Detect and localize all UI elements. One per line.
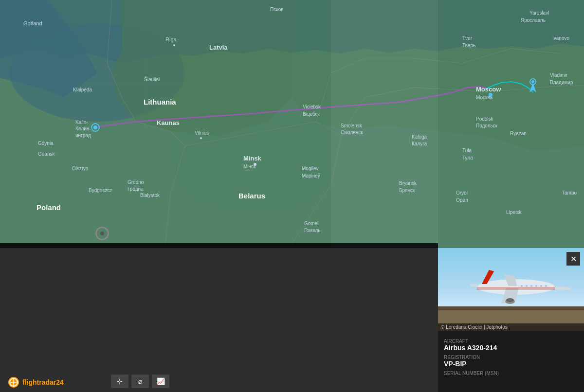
view-buttons: ⊹ ⌀ 📈 bbox=[111, 374, 169, 388]
svg-text:Bryansk: Bryansk bbox=[399, 180, 417, 186]
svg-text:Riga: Riga bbox=[165, 36, 177, 42]
svg-point-32 bbox=[254, 163, 256, 166]
svg-text:инград: инград bbox=[75, 133, 91, 138]
svg-text:Gdynia: Gdynia bbox=[38, 141, 54, 146]
svg-text:Yaroslavl: Yaroslavl bbox=[529, 10, 549, 16]
info-panel: GREAT CIRCLE DISTANCE 1 069 KM AVERAGE F… bbox=[0, 248, 438, 392]
svg-text:Kaluga: Kaluga bbox=[412, 134, 427, 140]
crosshair-view-button[interactable]: ⊹ bbox=[111, 374, 128, 388]
svg-point-50 bbox=[489, 93, 493, 97]
svg-text:Tula: Tula bbox=[462, 148, 472, 153]
map: Gotland Riga Latvia Gdynia Gdańsk Klaipė… bbox=[0, 0, 584, 248]
svg-text:Vladimir: Vladimir bbox=[550, 72, 568, 78]
svg-text:Mogilev: Mogilev bbox=[302, 166, 318, 171]
svg-rect-83 bbox=[540, 285, 542, 287]
svg-text:Šiauliai: Šiauliai bbox=[144, 76, 160, 82]
svg-point-3 bbox=[93, 125, 97, 129]
svg-text:Владимир: Владимир bbox=[550, 80, 573, 85]
svg-point-14 bbox=[173, 44, 175, 46]
svg-rect-81 bbox=[530, 285, 532, 287]
svg-text:Орёл: Орёл bbox=[456, 197, 468, 203]
registration-value: VP-BIP bbox=[444, 360, 578, 368]
svg-text:Tver: Tver bbox=[462, 36, 473, 41]
svg-text:Oryol: Oryol bbox=[456, 190, 468, 196]
svg-point-78 bbox=[506, 298, 514, 302]
svg-text:Olsztyn: Olsztyn bbox=[72, 166, 88, 171]
aircraft-label: AIRCRAFT bbox=[444, 339, 578, 344]
svg-rect-84 bbox=[545, 285, 547, 287]
svg-text:Ярославль: Ярославль bbox=[521, 18, 546, 23]
svg-rect-80 bbox=[526, 285, 528, 287]
svg-text:Smolensk: Smolensk bbox=[341, 123, 363, 128]
registration-label: REGISTRATION bbox=[444, 355, 578, 360]
svg-text:Bydgoszcz: Bydgoszcz bbox=[89, 188, 112, 193]
route-view-button[interactable]: ⌀ bbox=[131, 374, 149, 388]
aircraft-info: AIRCRAFT Airbus A320-214 REGISTRATION VP… bbox=[438, 331, 584, 381]
svg-text:Podolsk: Podolsk bbox=[476, 116, 494, 122]
svg-text:Тверь: Тверь bbox=[462, 43, 475, 48]
svg-text:Гомель: Гомель bbox=[304, 228, 320, 233]
svg-rect-79 bbox=[521, 285, 523, 287]
svg-text:Подольск: Подольск bbox=[476, 123, 498, 128]
svg-text:Марінеў: Марінеў bbox=[302, 173, 320, 178]
svg-text:Minsk: Minsk bbox=[243, 155, 262, 162]
svg-text:Ryazan: Ryazan bbox=[510, 131, 527, 136]
logo-text: flightradar24 bbox=[22, 378, 64, 386]
svg-text:Gomel: Gomel bbox=[304, 221, 318, 226]
photo-credit: © Loredana Cioclei | Jetphotos bbox=[438, 323, 584, 331]
svg-text:Смоленск: Смоленск bbox=[341, 130, 363, 135]
svg-text:Псков: Псков bbox=[270, 7, 284, 12]
svg-text:Latvia: Latvia bbox=[209, 44, 228, 51]
svg-text:Gotland: Gotland bbox=[23, 20, 42, 26]
svg-text:Калин-: Калин- bbox=[75, 126, 91, 131]
svg-rect-75 bbox=[438, 306, 584, 310]
svg-text:Gdańsk: Gdańsk bbox=[38, 151, 55, 157]
svg-text:Poland: Poland bbox=[36, 203, 61, 212]
svg-text:Klaipėda: Klaipėda bbox=[73, 87, 92, 92]
aircraft-photo: © Loredana Cioclei | Jetphotos bbox=[438, 248, 584, 331]
serial-label: SERIAL NUMBER (MSN) bbox=[444, 371, 578, 376]
svg-point-23 bbox=[200, 137, 202, 139]
svg-text:Тула: Тула bbox=[462, 155, 473, 160]
svg-text:Moscow: Moscow bbox=[476, 86, 501, 93]
svg-text:Lipetsk: Lipetsk bbox=[506, 210, 522, 215]
svg-text:Kalin-: Kalin- bbox=[75, 120, 88, 125]
svg-text:Віцебск: Віцебск bbox=[303, 111, 320, 117]
svg-text:Białystok: Białystok bbox=[140, 193, 160, 198]
chart-view-button[interactable]: 📈 bbox=[152, 374, 169, 388]
photo-panel: ✕ bbox=[438, 248, 584, 392]
logo[interactable]: flightradar24 bbox=[8, 376, 64, 388]
location-indicator bbox=[95, 227, 109, 240]
svg-text:Ivanovo: Ivanovo bbox=[552, 36, 569, 41]
svg-text:Калуга: Калуга bbox=[412, 141, 427, 146]
photo-close-button[interactable]: ✕ bbox=[566, 252, 580, 266]
svg-text:Kaunas: Kaunas bbox=[157, 119, 180, 126]
svg-text:Брянск: Брянск bbox=[399, 188, 415, 193]
svg-rect-82 bbox=[535, 285, 537, 287]
svg-text:Lithuania: Lithuania bbox=[144, 98, 176, 106]
svg-text:Viciebsk: Viciebsk bbox=[303, 104, 321, 109]
svg-text:Гродна: Гродна bbox=[128, 186, 144, 192]
svg-text:Grodno: Grodno bbox=[128, 179, 144, 185]
aircraft-value: Airbus A320-214 bbox=[444, 344, 578, 352]
svg-text:Belarus: Belarus bbox=[238, 192, 265, 200]
svg-text:Tambo: Tambo bbox=[562, 190, 577, 196]
svg-text:Vilnius: Vilnius bbox=[195, 130, 209, 136]
location-dot bbox=[100, 232, 104, 235]
